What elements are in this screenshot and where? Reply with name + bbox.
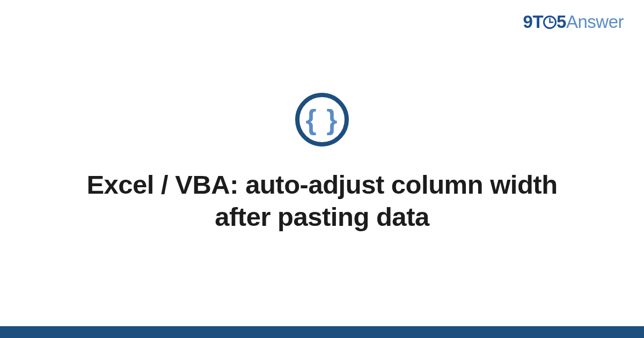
page-title: Excel / VBA: auto-adjust column width af… <box>78 169 566 233</box>
main-content: { } Excel / VBA: auto-adjust column widt… <box>0 0 644 326</box>
footer-accent-bar <box>0 326 644 338</box>
icon-glyph: { } <box>306 104 339 136</box>
code-braces-icon: { } <box>295 93 349 146</box>
